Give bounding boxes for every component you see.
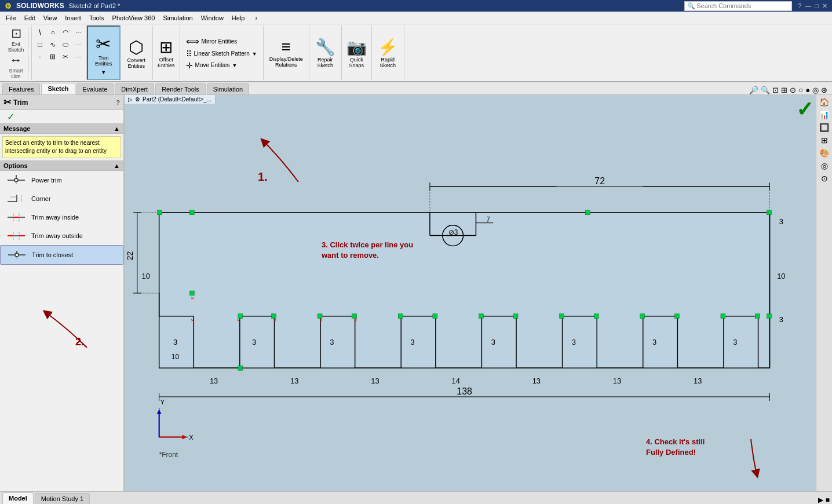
tab-simulation[interactable]: Simulation (207, 83, 249, 94)
min-btn[interactable]: — (805, 2, 811, 9)
top-right-checkmark[interactable]: ✓ (796, 97, 813, 122)
arc-tool-btn[interactable]: ◠ (60, 27, 71, 38)
play-btn[interactable]: ▶ (818, 496, 823, 504)
help-icon[interactable]: ? (798, 2, 801, 9)
trim-to-closest-icon (5, 248, 28, 262)
trim2-btn[interactable]: ✂ (60, 51, 71, 63)
toolbar-sketch-basics: ⊡ ExitSketch ↔ SmartDim (1, 25, 32, 80)
more2-btn[interactable]: ⋯ (72, 39, 84, 50)
offset-entities-button[interactable]: ⊞ OffsetEntities (155, 35, 177, 71)
view-icon-7[interactable]: ● (805, 86, 810, 94)
options-section-header[interactable]: Options ▲ (0, 160, 123, 171)
point-btn[interactable]: · (34, 51, 46, 63)
svg-rect-115 (640, 314, 645, 319)
more3-btn[interactable]: ⋯ (72, 51, 84, 63)
message-box: Select an entity to trim to the nearest … (2, 136, 121, 158)
convert-entities-icon: ⬡ (129, 37, 144, 57)
trim-away-inside-option[interactable]: Trim away inside (0, 208, 123, 227)
menu-tools[interactable]: Tools (86, 13, 108, 23)
view-tools-icon-7[interactable]: ⊙ (820, 173, 829, 184)
menu-edit[interactable]: Edit (21, 13, 39, 23)
line-tool-btn[interactable]: \ (34, 27, 46, 38)
titlebar: ⚙ SOLIDWORKS Sketch2 of Part2 * 🔍 ? — □ … (0, 0, 832, 12)
view-icon-3[interactable]: ⊡ (772, 86, 779, 94)
menubar: File Edit View Insert Tools PhotoView 36… (0, 12, 832, 24)
sketch-canvas[interactable]: ▷ ⚙ Part2 (Default<Default>_... 🏠 📊 🔲 ⊞ … (125, 95, 832, 491)
svg-text:10: 10 (777, 272, 785, 280)
display-delete-icon: ≡ (281, 38, 290, 56)
trim-dropdown-arrow[interactable]: ▼ (101, 70, 106, 75)
view-icon-1[interactable]: 🔎 (749, 86, 758, 94)
menu-photoview[interactable]: PhotoView 360 (109, 13, 159, 23)
svg-text:3: 3 (779, 315, 783, 324)
view-tools-icon-1[interactable]: 🏠 (818, 96, 830, 108)
smart-dim-icon: ↔ (10, 53, 23, 68)
circle-tool-btn[interactable]: ○ (47, 27, 59, 38)
confirm-btn[interactable]: ✓ (0, 110, 123, 123)
tab-render-tools[interactable]: Render Tools (155, 83, 206, 94)
mirror-icon: ⟺ (186, 36, 199, 47)
view-tools-icon-4[interactable]: ⊞ (820, 134, 829, 146)
view-icon-5[interactable]: ⊙ (790, 86, 796, 94)
quick-snaps-button[interactable]: 📷 QuickSnaps (344, 35, 369, 71)
svg-marker-135 (182, 435, 187, 440)
tab-features[interactable]: Features (2, 83, 40, 94)
more-sketch-btn[interactable]: ⋯ (72, 27, 84, 38)
stop-btn[interactable]: ■ (826, 496, 830, 504)
tab-model[interactable]: Model (2, 492, 34, 504)
menu-insert[interactable]: Insert (61, 13, 85, 23)
move-entities-button[interactable]: ✛ Move Entities ▼ (184, 60, 260, 71)
svg-rect-117 (721, 314, 725, 319)
mirror-entities-button[interactable]: ⟺ Mirror Entities (184, 35, 260, 48)
rapid-sketch-group: ⚡ RapidSketch (372, 25, 404, 80)
linear-arrow[interactable]: ▼ (252, 51, 257, 57)
search-bar[interactable]: 🔍 (684, 1, 792, 11)
trim-away-outside-option[interactable]: Trim away outside (0, 227, 123, 245)
menu-simulation[interactable]: Simulation (159, 13, 196, 23)
message-text: Select an entity to trim to the nearest … (5, 140, 107, 154)
svg-text:13: 13 (532, 377, 541, 385)
move-arrow[interactable]: ▼ (232, 63, 238, 68)
view-icon-9[interactable]: ⊛ (821, 86, 827, 94)
view-tools-icon-2[interactable]: 📊 (818, 109, 830, 120)
close-btn[interactable]: ✕ (822, 2, 827, 10)
tab-sketch[interactable]: Sketch (41, 83, 75, 94)
tab-evaluate[interactable]: Evaluate (76, 83, 114, 94)
menu-help[interactable]: Help (228, 13, 249, 23)
convert-entities-button[interactable]: ⬡ ConvertEntities (124, 35, 149, 71)
exit-sketch-button[interactable]: ⊡ ExitSketch (3, 27, 29, 53)
power-trim-option[interactable]: Power trim (0, 171, 123, 189)
view-icon-6[interactable]: ○ (798, 86, 803, 94)
tab-motion-study[interactable]: Motion Study 1 (35, 493, 90, 504)
menu-window[interactable]: Window (198, 13, 227, 23)
trim-to-closest-option[interactable]: Trim to closest (0, 245, 123, 265)
spline-btn[interactable]: ∿ (47, 39, 59, 50)
corner-option[interactable]: Corner (0, 189, 123, 208)
max-btn[interactable]: □ (815, 2, 819, 9)
menu-view[interactable]: View (40, 13, 61, 23)
repair-sketch-button[interactable]: 🔧 RepairSketch (312, 35, 339, 71)
view-tools-icon-5[interactable]: 🎨 (818, 147, 830, 159)
ellipse-btn[interactable]: ⬭ (60, 39, 71, 50)
search-input[interactable] (696, 2, 789, 9)
view-tools-icon-6[interactable]: ◎ (820, 160, 829, 171)
trim-entities-button[interactable]: ✂ TrimEntities (90, 31, 117, 69)
view-tools-icon-3[interactable]: 🔲 (818, 122, 830, 133)
tab-dimxpert[interactable]: DimXpert (115, 83, 154, 94)
view-icon-4[interactable]: ⊞ (781, 86, 787, 94)
svg-text:3: 3 (652, 338, 656, 346)
constr-btn[interactable]: ⊞ (47, 51, 59, 63)
view-icon-2[interactable]: 🔍 (761, 86, 770, 94)
trim-help-btn[interactable]: ? (116, 99, 120, 106)
rect-tool-btn[interactable]: □ (34, 39, 46, 50)
view-icon-8[interactable]: ◎ (812, 86, 819, 94)
message-section-header[interactable]: Message ▲ (0, 123, 123, 134)
linear-sketch-button[interactable]: ⠿ Linear Sketch Pattern ▼ (184, 49, 260, 59)
menu-file[interactable]: File (2, 13, 20, 23)
display-delete-button[interactable]: ≡ Display/DeleteRelations (266, 36, 306, 69)
svg-text:13: 13 (694, 377, 702, 385)
svg-rect-121 (767, 314, 771, 319)
menu-arrow[interactable]: › (251, 13, 261, 23)
rapid-sketch-button[interactable]: ⚡ RapidSketch (374, 35, 402, 71)
smart-dim-button[interactable]: ↔ SmartDim (3, 53, 29, 79)
